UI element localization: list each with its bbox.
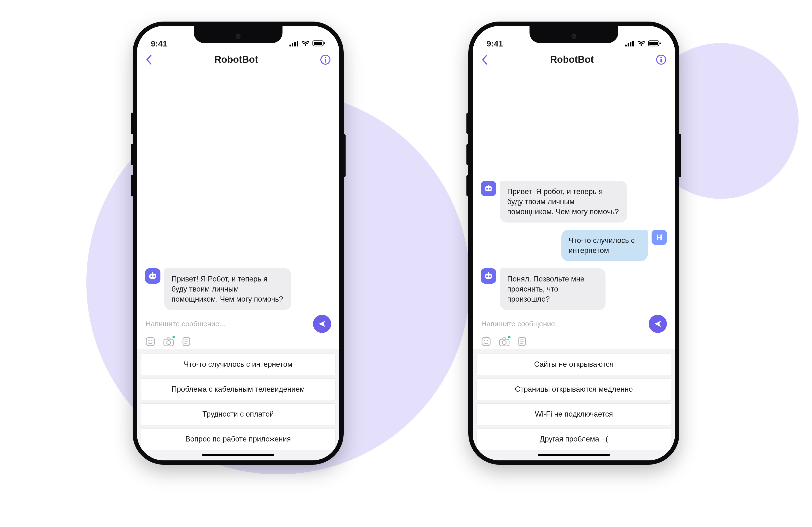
svg-rect-14 [146,337,155,346]
quick-replies: Что-то случилось с интернетом Проблема с… [137,349,339,461]
info-button[interactable] [320,55,331,65]
chat-header: RobotBot [137,50,339,71]
quick-reply-button[interactable]: Сайты не открываются [477,353,671,375]
svg-rect-24 [627,43,629,46]
chat-header: RobotBot [473,50,675,71]
battery-icon [313,39,325,48]
message-row: Привет! Я робот, и теперь я буду твоим л… [481,181,667,223]
svg-rect-5 [314,42,322,45]
svg-rect-6 [324,42,325,44]
svg-point-45 [503,341,506,345]
svg-point-12 [154,275,155,277]
svg-point-38 [486,275,488,277]
svg-rect-26 [633,41,634,46]
svg-rect-40 [488,272,489,274]
svg-rect-17 [164,339,173,346]
wifi-icon [637,39,645,48]
svg-rect-3 [296,41,298,46]
composer [473,310,675,349]
bot-avatar [145,268,160,284]
message-row: Привет! Я Робот, и теперь я буду твоим л… [145,268,331,310]
quick-reply-button[interactable]: Другая проблема =( [477,428,671,450]
svg-point-8 [325,57,326,58]
bot-message: Привет! Я робот, и теперь я буду твоим л… [500,181,627,223]
svg-rect-1 [292,43,293,46]
status-time: 9:41 [487,39,503,48]
svg-rect-29 [659,42,661,44]
svg-rect-23 [625,45,627,46]
svg-rect-36 [488,185,489,186]
phone-mockup-2: 9:41 RobotBot [468,21,679,465]
chat-scroll-area[interactable]: Привет! Я робот, и теперь я буду твоим л… [473,71,675,310]
camera-icon[interactable] [498,336,510,347]
cellular-icon [289,39,299,48]
message-row: Что-то случилось с интернетом Н [481,230,667,261]
svg-point-35 [489,188,491,190]
note-icon[interactable] [182,336,191,347]
camera-icon[interactable] [163,336,174,347]
svg-point-43 [487,340,488,341]
svg-rect-25 [630,42,632,46]
note-icon[interactable] [517,336,527,347]
svg-rect-32 [661,59,662,62]
battery-icon [648,39,661,48]
bot-avatar [481,181,496,196]
svg-point-18 [167,341,171,345]
svg-point-31 [661,57,662,58]
sticker-icon[interactable] [145,336,156,347]
cellular-icon [625,39,634,48]
svg-rect-9 [325,59,326,62]
quick-reply-button[interactable]: Что-то случилось с интернетом [141,353,335,375]
svg-rect-13 [152,272,153,274]
message-row: Понял. Позвольте мне прояснить, что прои… [481,268,667,310]
svg-point-34 [486,188,488,190]
bot-message: Понял. Позвольте мне прояснить, что прои… [500,268,606,310]
quick-replies: Сайты не открываются Страницы открываютс… [473,349,675,461]
info-button[interactable] [656,55,666,65]
phone-notch [194,26,282,43]
chat-scroll-area[interactable]: Привет! Я Робот, и теперь я буду твоим л… [137,71,339,310]
svg-rect-0 [289,45,291,46]
quick-reply-button[interactable]: Вопрос по работе приложения [141,428,335,450]
message-input[interactable] [481,319,644,328]
send-button[interactable] [313,315,331,333]
svg-rect-33 [485,186,492,191]
svg-rect-44 [499,339,509,346]
svg-point-42 [484,340,485,341]
bot-message: Привет! Я Робот, и теперь я буду твоим л… [164,268,291,310]
svg-point-16 [151,340,153,341]
svg-rect-28 [649,42,658,45]
send-button[interactable] [649,315,667,333]
back-button[interactable] [146,55,152,65]
svg-point-11 [150,275,152,277]
sticker-icon[interactable] [481,336,491,347]
svg-rect-10 [149,274,156,279]
user-message: Что-то случилось с интернетом [561,230,648,261]
home-indicator[interactable] [202,454,274,456]
chat-title: RobotBot [214,54,258,65]
message-input[interactable] [145,319,308,328]
svg-point-39 [489,275,491,277]
phone-notch [530,26,618,43]
quick-reply-button[interactable]: Трудности с оплатой [141,403,335,425]
svg-rect-41 [482,337,490,346]
wifi-icon [302,39,309,48]
quick-reply-button[interactable]: Проблема с кабельным телевидением [141,378,335,400]
home-indicator[interactable] [538,454,610,456]
phone-mockup-1: 9:41 RobotBot [133,21,344,465]
quick-reply-button[interactable]: Wi-Fi не подключается [477,403,671,425]
chat-title: RobotBot [550,54,594,65]
svg-point-15 [148,340,150,341]
status-time: 9:41 [151,39,167,48]
svg-rect-37 [485,274,492,279]
bot-avatar [481,268,496,284]
svg-rect-2 [294,42,296,46]
user-avatar: Н [652,230,667,245]
back-button[interactable] [481,55,488,65]
composer [137,310,339,349]
quick-reply-button[interactable]: Страницы открываются медленно [477,378,671,400]
